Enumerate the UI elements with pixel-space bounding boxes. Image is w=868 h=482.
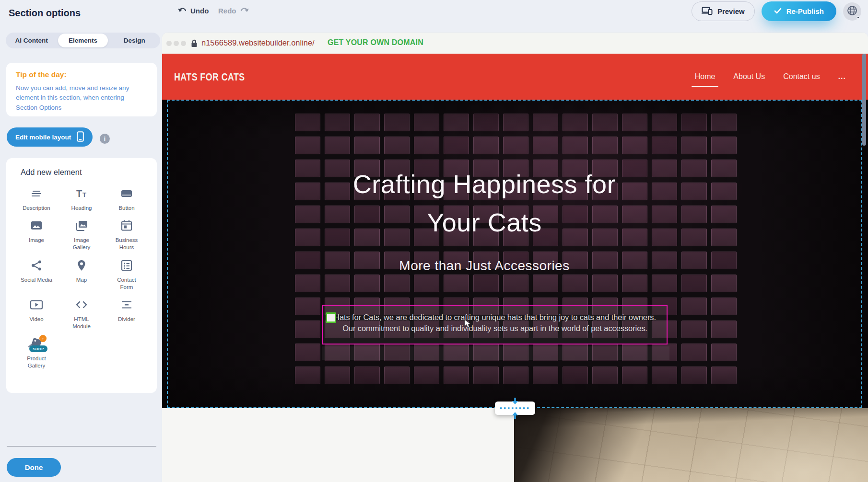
undo-button[interactable]: Undo — [177, 7, 209, 15]
tab-ai-content[interactable]: AI Content — [7, 34, 56, 47]
section-resize-handle[interactable] — [495, 402, 535, 415]
hero-tile — [681, 275, 707, 292]
hero-tile — [563, 114, 588, 131]
republish-button[interactable]: Re-Publish — [762, 1, 836, 21]
hero-tile — [681, 367, 707, 384]
hero-subheading[interactable]: More than Just Accessories — [317, 258, 652, 274]
map-pin-icon — [75, 259, 88, 274]
hero-tile — [444, 275, 469, 292]
phone-icon — [77, 131, 84, 143]
element-heading[interactable]: TT Heading — [59, 187, 104, 212]
element-image-gallery[interactable]: Image Gallery — [59, 219, 104, 251]
hero-tile — [295, 344, 320, 361]
hero-tile — [622, 275, 647, 292]
nav-about-us[interactable]: About Us — [733, 72, 765, 81]
hero-tile — [681, 298, 707, 315]
hero-heading[interactable]: Crafting Happiness for Your Cats — [297, 165, 671, 241]
hero-tile — [533, 137, 558, 154]
description-lines-icon — [30, 187, 43, 202]
element-video[interactable]: Video — [14, 298, 59, 330]
image-icon — [30, 219, 43, 234]
add-element-panel: Add new element Description TT Heading B… — [6, 158, 157, 393]
hero-tile — [563, 367, 588, 384]
site-header: HATS FOR CATS Home About Us Contact us .… — [162, 54, 868, 100]
nav-home[interactable]: Home — [695, 72, 716, 81]
element-contact-form[interactable]: Contact Form — [104, 259, 149, 291]
tab-elements[interactable]: Elements — [58, 34, 107, 47]
language-globe-button[interactable] — [843, 2, 861, 21]
code-icon — [75, 298, 88, 313]
share-icon — [30, 259, 43, 274]
hero-tile — [325, 367, 350, 384]
hero-tile — [711, 275, 737, 292]
hero-tile — [354, 114, 380, 131]
hero-tile — [711, 252, 737, 269]
tip-title: Tip of the day: — [16, 70, 147, 79]
hero-tile — [711, 321, 737, 338]
hero-tile — [354, 137, 380, 154]
hero-tile — [681, 344, 707, 361]
tab-design[interactable]: Design — [110, 34, 159, 47]
hero-tile — [444, 367, 469, 384]
hero-tile — [681, 229, 707, 246]
globe-status-dot — [856, 16, 860, 19]
hero-tile — [681, 114, 707, 131]
hero-tile — [444, 137, 469, 154]
scrollbar[interactable] — [862, 54, 866, 146]
hero-tile — [414, 114, 439, 131]
element-divider[interactable]: Divider — [104, 298, 149, 330]
hero-tile — [503, 137, 528, 154]
hero-tile — [711, 137, 737, 154]
element-description[interactable]: Description — [14, 187, 59, 212]
redo-icon — [240, 7, 249, 15]
hero-tile — [473, 367, 499, 384]
element-product-gallery[interactable]: ↑ SHOP Product Gallery — [14, 338, 59, 369]
element-html-module[interactable]: HTML Module — [59, 298, 104, 330]
preview-button[interactable]: Preview — [692, 1, 755, 21]
selected-text-element[interactable]: Hats for Cats, we are dedicated to craft… — [322, 305, 668, 344]
hero-tile — [384, 275, 410, 292]
hero-tile — [473, 137, 499, 154]
topbar-actions: Preview Re-Publish — [692, 1, 861, 21]
divider-icon — [120, 298, 133, 313]
hero-tile — [444, 114, 469, 131]
element-business-hours[interactable]: Business Hours — [104, 219, 149, 251]
hero-tile — [622, 367, 647, 384]
element-drag-handle[interactable] — [326, 312, 336, 323]
redo-button[interactable]: Redo — [218, 7, 249, 15]
browser-preview: n1566589.websitebuilder.online/ GET YOUR… — [162, 33, 868, 482]
video-play-icon — [30, 298, 43, 313]
element-map[interactable]: Map — [59, 259, 104, 291]
hero-tile — [533, 114, 558, 131]
ground-photo — [514, 408, 868, 482]
next-section-blank — [162, 408, 514, 482]
shop-badge: SHOP — [29, 345, 47, 352]
devices-icon — [702, 7, 713, 16]
hero-tile — [592, 275, 618, 292]
get-domain-link[interactable]: GET YOUR OWN DOMAIN — [328, 38, 423, 47]
edit-mobile-layout-button[interactable]: Edit mobile layout — [7, 127, 93, 147]
hero-tile — [414, 367, 439, 384]
element-social-media[interactable]: Social Media — [14, 259, 59, 291]
hero-section[interactable]: Crafting Happiness for Your Cats More th… — [162, 100, 868, 408]
undo-icon — [177, 7, 187, 15]
url-text[interactable]: n1566589.websitebuilder.online/ — [201, 38, 315, 47]
nav-contact-us[interactable]: Contact us — [783, 72, 820, 81]
hero-tile — [711, 183, 737, 200]
paragraph-line: Our commitment to quality and individual… — [323, 323, 667, 334]
next-section[interactable] — [162, 408, 868, 482]
hero-tile — [384, 114, 410, 131]
hero-tile — [295, 137, 320, 154]
hero-tile — [503, 275, 528, 292]
hero-tile — [414, 137, 439, 154]
nav-more[interactable]: ... — [838, 72, 846, 81]
element-image[interactable]: Image — [14, 219, 59, 251]
hero-tile — [533, 275, 558, 292]
element-button[interactable]: Button — [104, 187, 149, 212]
hero-tile — [295, 298, 320, 315]
done-button[interactable]: Done — [7, 458, 61, 477]
site-logo[interactable]: HATS FOR CATS — [174, 71, 245, 83]
info-icon[interactable]: i — [100, 134, 110, 144]
hero-tile — [681, 137, 707, 154]
browser-chrome: n1566589.websitebuilder.online/ GET YOUR… — [162, 33, 868, 54]
